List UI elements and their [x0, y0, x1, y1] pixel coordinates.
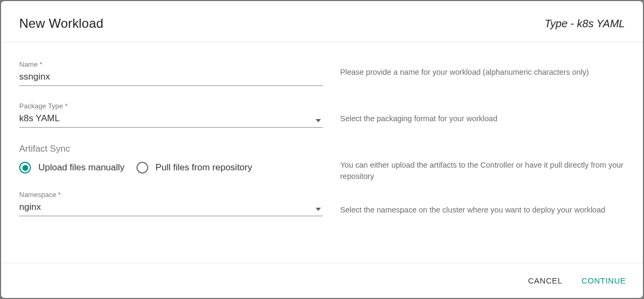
chevron-down-icon: [316, 119, 321, 122]
form-column: Name * Package Type * Artifact Sync Uplo…: [19, 60, 323, 257]
modal-header: New Workload Type - k8s YAML: [1, 1, 643, 42]
type-prefix: Type -: [545, 18, 577, 29]
name-row: Name *: [19, 60, 323, 86]
chevron-down-icon: [316, 208, 321, 211]
modal-footer: CANCEL CONTINUE: [1, 263, 643, 298]
new-workload-modal: New Workload Type - k8s YAML Name * Pack…: [1, 1, 643, 298]
type-value: k8s YAML: [577, 18, 625, 29]
workload-type-indicator: Type - k8s YAML: [545, 18, 625, 30]
name-hint: Please provide a name for your workload …: [340, 67, 625, 78]
modal-title: New Workload: [19, 16, 103, 31]
cancel-button[interactable]: CANCEL: [526, 273, 564, 288]
namespace-row: Namespace *: [19, 191, 323, 216]
package-type-select[interactable]: [19, 111, 323, 128]
package-type-field-wrap: Package Type *: [19, 102, 323, 128]
artifact-pull-label: Pull files from repository: [156, 162, 252, 173]
package-type-hint: Select the packaging format for your wor…: [340, 113, 625, 124]
package-type-row: Package Type *: [19, 102, 323, 128]
continue-button[interactable]: CONTINUE: [579, 273, 628, 288]
artifact-sync-hint: You can either upload the artifacts to t…: [340, 160, 625, 182]
artifact-sync-radio-group: Upload files manually Pull files from re…: [19, 162, 252, 174]
artifact-sync-row: Artifact Sync Upload files manually Pull…: [19, 144, 323, 174]
name-label: Name *: [19, 60, 323, 68]
namespace-hint: Select the namespace on the cluster wher…: [340, 204, 625, 216]
name-input[interactable]: [19, 69, 323, 86]
namespace-label: Namespace *: [19, 191, 323, 199]
radio-unselected-icon: [136, 162, 148, 174]
hints-column: Please provide a name for your workload …: [340, 60, 625, 257]
artifact-sync-label: Artifact Sync: [19, 144, 70, 154]
artifact-upload-label: Upload files manually: [38, 162, 125, 173]
name-field-wrap: Name *: [19, 60, 323, 86]
artifact-pull-radio[interactable]: Pull files from repository: [136, 162, 252, 174]
namespace-field-wrap: Namespace *: [19, 191, 323, 216]
artifact-upload-radio[interactable]: Upload files manually: [19, 162, 125, 174]
package-type-label: Package Type *: [19, 102, 323, 110]
namespace-select[interactable]: [19, 200, 323, 216]
radio-selected-icon: [19, 162, 31, 174]
modal-body: Name * Package Type * Artifact Sync Uplo…: [1, 42, 643, 263]
